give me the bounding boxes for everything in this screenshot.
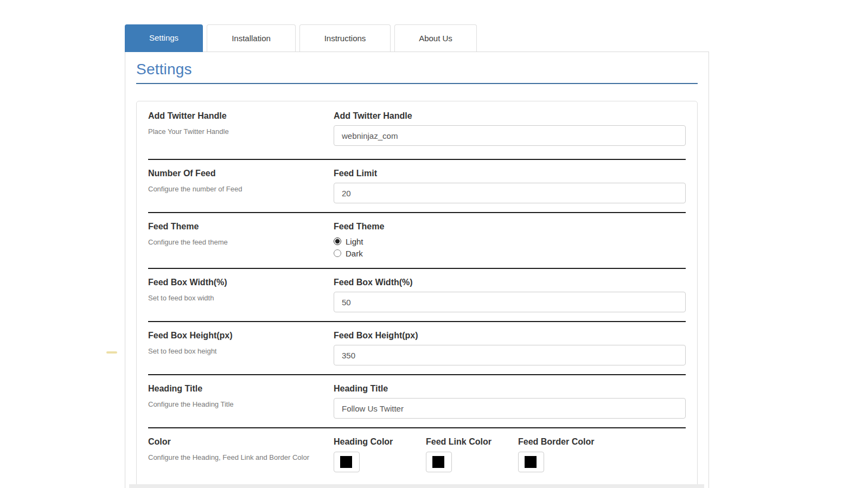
heading-color-swatch: [340, 456, 352, 468]
row-feed-limit-field: Feed Limit: [334, 168, 686, 203]
row-feed-box-height-label: Feed Box Height(px): [148, 330, 334, 342]
tab-instructions[interactable]: Instructions: [299, 24, 391, 52]
row-colors-description: Configure the Heading, Feed Link and Bor…: [148, 453, 334, 463]
row-heading-title-info: Heading Title Configure the Heading Titl…: [148, 383, 334, 419]
row-feed-box-height: Feed Box Height(px) Set to feed box heig…: [148, 322, 686, 374]
feed-box-height-field-label: Feed Box Height(px): [334, 330, 686, 342]
feed-theme-radio-dark[interactable]: [334, 249, 341, 257]
heading-color-picker[interactable]: [334, 452, 360, 472]
heading-title-input[interactable]: [334, 398, 686, 419]
row-heading-title-label: Heading Title: [148, 383, 334, 395]
row-colors-field: Heading Color Feed Link Color Feed Borde…: [334, 436, 686, 472]
row-feed-theme-info: Feed Theme Configure the feed theme: [148, 221, 334, 259]
row-feed-theme-description: Configure the feed theme: [148, 237, 334, 247]
row-feed-limit-label: Number Of Feed: [148, 168, 334, 179]
stray-highlight-mark: [106, 351, 117, 354]
feed-limit-field-label: Feed Limit: [334, 168, 686, 179]
feed-box-width-field-label: Feed Box Width(%): [334, 277, 686, 288]
row-feed-limit: Number Of Feed Configure the number of F…: [148, 160, 686, 212]
feed-border-color-group: Feed Border Color: [518, 436, 610, 472]
page-title: Settings: [136, 61, 698, 78]
row-feed-limit-description: Configure the number of Feed: [148, 184, 334, 194]
row-heading-title-field: Heading Title: [334, 383, 686, 419]
feed-border-color-label: Feed Border Color: [518, 436, 610, 448]
feed-limit-input[interactable]: [334, 183, 686, 203]
row-colors-info: Color Configure the Heading, Feed Link a…: [148, 436, 334, 472]
bottom-cutoff-strip: [129, 484, 704, 488]
feed-theme-radio-light[interactable]: [334, 237, 341, 245]
feed-link-color-group: Feed Link Color: [426, 436, 518, 472]
twitter-handle-input[interactable]: [334, 125, 686, 146]
feed-theme-option-dark[interactable]: Dark: [334, 247, 686, 259]
feed-link-color-swatch: [432, 456, 444, 468]
row-feed-limit-info: Number Of Feed Configure the number of F…: [148, 168, 334, 203]
row-feed-box-height-info: Feed Box Height(px) Set to feed box heig…: [148, 330, 334, 365]
row-feed-theme-label: Feed Theme: [148, 221, 334, 233]
feed-theme-radio-group: Light Dark: [334, 235, 686, 259]
row-feed-theme: Feed Theme Configure the feed theme Feed…: [148, 213, 686, 268]
title-underline: [136, 83, 698, 84]
row-heading-title-description: Configure the Heading Title: [148, 400, 334, 409]
feed-border-color-swatch: [525, 456, 537, 468]
row-twitter-handle-label: Add Twitter Handle: [148, 110, 334, 122]
tab-installation[interactable]: Installation: [207, 24, 296, 52]
feed-box-height-input[interactable]: [334, 345, 686, 365]
row-twitter-handle-field: Add Twitter Handle: [334, 110, 686, 146]
tab-settings[interactable]: Settings: [125, 24, 203, 52]
feed-theme-option-light[interactable]: Light: [334, 235, 686, 247]
row-feed-box-width-label: Feed Box Width(%): [148, 277, 334, 288]
feed-link-color-label: Feed Link Color: [426, 436, 518, 448]
row-feed-box-width-info: Feed Box Width(%) Set to feed box width: [148, 277, 334, 312]
row-feed-theme-field: Feed Theme Light Dark: [334, 221, 686, 259]
tab-bar: Settings Installation Instructions About…: [125, 24, 477, 52]
row-colors: Color Configure the Heading, Feed Link a…: [148, 428, 686, 481]
heading-color-label: Heading Color: [334, 436, 426, 448]
heading-title-field-label: Heading Title: [334, 383, 686, 395]
feed-box-width-input[interactable]: [334, 292, 686, 312]
tab-about-us[interactable]: About Us: [394, 24, 477, 52]
settings-form-card: Add Twitter Handle Place Your Twitter Ha…: [136, 101, 698, 488]
twitter-handle-field-label: Add Twitter Handle: [334, 110, 686, 122]
row-feed-box-height-description: Set to feed box height: [148, 346, 334, 356]
row-feed-box-width: Feed Box Width(%) Set to feed box width …: [148, 269, 686, 321]
settings-panel: Settings Add Twitter Handle Place Your T…: [125, 52, 709, 488]
feed-link-color-picker[interactable]: [426, 452, 452, 472]
row-feed-box-height-field: Feed Box Height(px): [334, 330, 686, 365]
feed-theme-option-light-label: Light: [346, 237, 363, 246]
heading-color-group: Heading Color: [334, 436, 426, 472]
row-feed-box-width-description: Set to feed box width: [148, 293, 334, 303]
feed-border-color-picker[interactable]: [518, 452, 544, 472]
row-heading-title: Heading Title Configure the Heading Titl…: [148, 375, 686, 427]
feed-theme-field-label: Feed Theme: [334, 221, 686, 233]
row-feed-box-width-field: Feed Box Width(%): [334, 277, 686, 312]
row-twitter-handle: Add Twitter Handle Place Your Twitter Ha…: [148, 101, 686, 159]
row-twitter-handle-description: Place Your Twitter Handle: [148, 127, 334, 137]
row-colors-label: Color: [148, 436, 334, 448]
row-twitter-handle-info: Add Twitter Handle Place Your Twitter Ha…: [148, 110, 334, 146]
feed-theme-option-dark-label: Dark: [346, 249, 363, 258]
